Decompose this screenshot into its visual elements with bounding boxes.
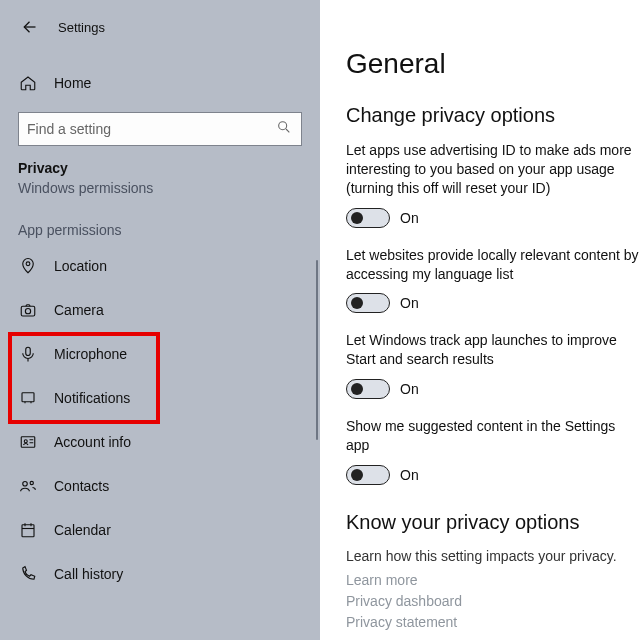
toggle-state-label: On xyxy=(400,381,419,397)
section-title: Change privacy options xyxy=(346,104,640,127)
svg-point-11 xyxy=(23,482,28,487)
scrollbar[interactable] xyxy=(316,260,318,440)
sidebar-item-contacts[interactable]: Contacts xyxy=(0,464,320,508)
contacts-icon xyxy=(18,476,38,496)
svg-line-2 xyxy=(286,129,289,132)
sidebar-item-notifications[interactable]: Notifications xyxy=(0,376,320,420)
sidebar-group-label: App permissions xyxy=(0,212,320,244)
back-icon[interactable] xyxy=(18,17,38,37)
sidebar-item-label: Notifications xyxy=(54,390,130,406)
sidebar-item-label: Calendar xyxy=(54,522,111,538)
sidebar-item-calendar[interactable]: Calendar xyxy=(0,508,320,552)
phone-icon xyxy=(18,564,38,584)
location-icon xyxy=(18,256,38,276)
sidebar-item-label: Microphone xyxy=(54,346,127,362)
page-title: General xyxy=(346,48,640,80)
toggle-language-list[interactable] xyxy=(346,293,390,313)
link-privacy-statement[interactable]: Privacy statement xyxy=(346,612,640,633)
sidebar: Settings Home Privacy Windows permission… xyxy=(0,0,320,640)
search-input-wrap xyxy=(18,112,302,146)
sidebar-item-label: Camera xyxy=(54,302,104,318)
svg-point-3 xyxy=(26,262,30,266)
option-description: Let Windows track app launches to improv… xyxy=(346,331,640,369)
sidebar-item-microphone[interactable]: Microphone xyxy=(0,332,320,376)
sidebar-subcategory[interactable]: Windows permissions xyxy=(0,180,320,212)
toggle-suggested-content[interactable] xyxy=(346,465,390,485)
sidebar-item-label: Call history xyxy=(54,566,123,582)
sidebar-home-label: Home xyxy=(54,75,91,91)
option-description: Show me suggested content in the Setting… xyxy=(346,417,640,455)
toggle-state-label: On xyxy=(400,210,419,226)
search-icon xyxy=(276,119,294,137)
sidebar-category: Privacy xyxy=(0,146,320,180)
microphone-icon xyxy=(18,344,38,364)
sidebar-item-label: Contacts xyxy=(54,478,109,494)
know-title: Know your privacy options xyxy=(346,511,640,534)
toggle-state-label: On xyxy=(400,295,419,311)
sidebar-item-label: Account info xyxy=(54,434,131,450)
sidebar-item-label: Location xyxy=(54,258,107,274)
notifications-icon xyxy=(18,388,38,408)
option-description: Let apps use advertising ID to make ads … xyxy=(346,141,640,198)
calendar-icon xyxy=(18,520,38,540)
svg-rect-9 xyxy=(21,437,35,448)
sidebar-item-call-history[interactable]: Call history xyxy=(0,552,320,596)
toggle-state-label: On xyxy=(400,467,419,483)
svg-point-5 xyxy=(25,309,30,314)
camera-icon xyxy=(18,300,38,320)
option-description: Let websites provide locally relevant co… xyxy=(346,246,640,284)
toggle-app-launches[interactable] xyxy=(346,379,390,399)
know-subtitle: Learn how this setting impacts your priv… xyxy=(346,548,640,564)
sidebar-item-account-info[interactable]: Account info xyxy=(0,420,320,464)
account-icon xyxy=(18,432,38,452)
svg-rect-6 xyxy=(26,347,31,355)
svg-rect-4 xyxy=(21,306,35,316)
link-privacy-dashboard[interactable]: Privacy dashboard xyxy=(346,591,640,612)
svg-point-1 xyxy=(279,122,287,130)
toggle-advertising-id[interactable] xyxy=(346,208,390,228)
sidebar-item-location[interactable]: Location xyxy=(0,244,320,288)
svg-rect-8 xyxy=(22,393,34,402)
svg-rect-13 xyxy=(22,525,34,537)
search-input[interactable] xyxy=(18,112,302,146)
sidebar-home[interactable]: Home xyxy=(0,64,320,102)
main-content: General Change privacy options Let apps … xyxy=(320,0,640,640)
home-icon xyxy=(18,73,38,93)
svg-point-12 xyxy=(30,481,33,484)
link-learn-more[interactable]: Learn more xyxy=(346,570,640,591)
sidebar-item-camera[interactable]: Camera xyxy=(0,288,320,332)
svg-point-10 xyxy=(24,440,27,443)
window-title: Settings xyxy=(58,20,105,35)
